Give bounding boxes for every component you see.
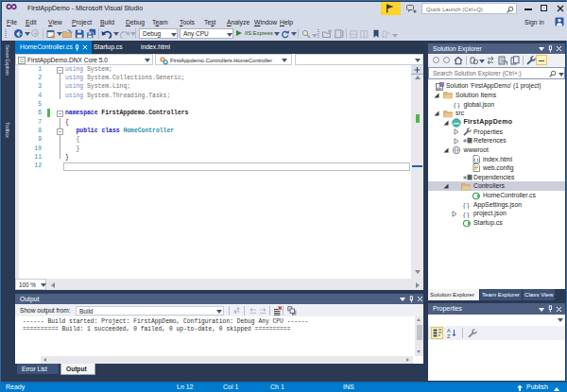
svg-text:C: C xyxy=(20,58,24,63)
